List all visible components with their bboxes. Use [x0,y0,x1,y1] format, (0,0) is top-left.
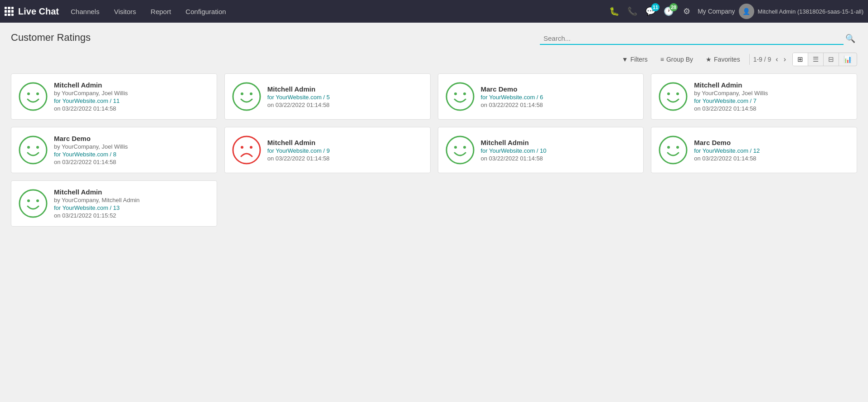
svg-point-10 [667,92,670,95]
page-title: Customer Ratings [11,32,91,44]
search-button[interactable]: 🔍 [844,32,857,45]
card-on: on 03/22/2022 01:14:58 [267,155,423,162]
kanban-card[interactable]: Mitchell Adminby YourCompany, Joel Willi… [11,73,217,120]
svg-point-9 [659,83,687,110]
card-by: by YourCompany, Joel Willis [54,90,209,97]
card-for[interactable]: for YourWebsite.com / 10 [481,147,636,154]
groupby-icon: ≡ [660,56,664,63]
svg-point-12 [19,136,47,164]
svg-point-14 [36,146,39,149]
chart-view-button[interactable]: 📊 [839,53,857,66]
card-on: on 03/22/2022 01:14:58 [267,102,423,108]
svg-point-7 [454,92,457,95]
filter-icon: ▼ [622,56,628,63]
topbar: Live Chat Channels Visitors Report Confi… [0,0,868,23]
kanban-view-button[interactable]: ⊞ [793,53,808,66]
happy-smiley-icon [446,136,475,165]
kanban-card[interactable]: Mitchell Adminfor YourWebsite.com / 5on … [224,73,431,120]
card-info: Marc Demofor YourWebsite.com / 6on 03/22… [481,85,636,108]
card-for[interactable]: for YourWebsite.com / 7 [694,97,849,104]
card-by: by YourCompany, Joel Willis [54,143,209,150]
card-info: Marc Demofor YourWebsite.com / 12on 03/2… [694,139,849,162]
kanban-card[interactable]: Marc Demofor YourWebsite.com / 6on 03/22… [438,73,644,120]
svg-point-5 [250,92,252,95]
phone-icon[interactable]: 📞 [625,4,640,19]
filters-button[interactable]: ▼ Filters [616,53,653,66]
card-for[interactable]: for YourWebsite.com / 11 [54,97,209,104]
refresh-badge: 28 [669,3,678,11]
nav-configuration[interactable]: Configuration [178,0,233,23]
settings-icon[interactable]: ⚙ [679,4,694,19]
kanban-card[interactable]: Mitchell Adminfor YourWebsite.com / 10on… [438,127,644,173]
pagination-info: 1-9 / 9 [753,56,771,63]
card-by: by YourCompany, Joel Willis [694,90,849,97]
card-on: on 03/22/2022 01:14:58 [694,105,849,112]
card-on: on 03/22/2022 01:14:58 [54,105,209,112]
kanban-card[interactable]: Mitchell Adminby YourCompany, Joel Willi… [651,73,857,120]
svg-point-20 [463,146,466,149]
nav-report[interactable]: Report [143,0,178,23]
card-on: on 03/21/2022 01:15:52 [54,212,209,219]
svg-point-24 [19,190,47,217]
kanban-card[interactable]: Marc Demoby YourCompany, Joel Willisfor … [11,127,217,173]
kanban-card[interactable]: Marc Demofor YourWebsite.com / 12on 03/2… [651,127,857,173]
page-header: Customer Ratings 🔍 [11,32,857,45]
card-by: by YourCompany, Mitchell Admin [54,197,209,203]
card-name: Marc Demo [54,135,209,142]
card-name: Mitchell Admin [694,81,849,89]
chat-icon-btn[interactable]: 💬 11 [643,4,658,19]
star-icon: ★ [706,56,712,63]
card-for[interactable]: for YourWebsite.com / 9 [267,147,423,154]
happy-smiley-icon [19,189,48,218]
prev-page-button[interactable]: ‹ [773,53,781,65]
company-selector[interactable]: My Company [698,8,735,15]
svg-point-4 [241,92,243,95]
card-info: Mitchell Adminfor YourWebsite.com / 5on … [267,85,423,108]
user-menu[interactable]: 👤 Mitchell Admin (13818026-saas-15-1-all… [739,4,863,19]
svg-point-3 [233,83,260,110]
svg-point-13 [27,146,30,149]
card-for[interactable]: for YourWebsite.com / 13 [54,204,209,211]
debug-icon[interactable]: 🐛 [607,4,621,19]
svg-point-22 [667,146,670,149]
toolbar-separator [749,54,750,65]
card-info: Mitchell Adminfor YourWebsite.com / 9on … [267,139,423,162]
favorites-button[interactable]: ★ Favorites [700,53,746,66]
happy-smiley-icon [19,82,48,111]
svg-point-21 [659,136,687,164]
main-nav: Channels Visitors Report Configuration [63,0,607,23]
svg-point-1 [27,92,30,95]
kanban-card[interactable]: Mitchell Adminby YourCompany, Mitchell A… [11,180,217,227]
card-for[interactable]: for YourWebsite.com / 6 [481,94,636,101]
svg-point-16 [241,146,243,149]
happy-smiley-icon [446,82,475,111]
next-page-button[interactable]: › [781,53,789,65]
card-for[interactable]: for YourWebsite.com / 12 [694,147,849,154]
nav-visitors[interactable]: Visitors [107,0,143,23]
sad-smiley-icon [232,136,261,165]
grid-menu-icon[interactable] [5,7,14,16]
app-logo[interactable]: Live Chat [5,6,59,17]
clock-icon-btn[interactable]: 🕐 28 [661,4,676,19]
nav-channels[interactable]: Channels [63,0,107,23]
search-input[interactable] [540,33,844,45]
chat-badge: 11 [651,3,659,11]
card-name: Mitchell Admin [481,139,636,146]
happy-smiley-icon [659,82,688,111]
group-by-button[interactable]: ≡ Group By [655,53,698,66]
svg-point-6 [446,83,474,110]
toolbar-filter-group: ▼ Filters ≡ Group By ★ Favorites [616,53,746,66]
list-view-button[interactable]: ☰ [808,53,824,66]
svg-point-26 [36,199,39,202]
kanban-card[interactable]: Mitchell Adminfor YourWebsite.com / 9on … [224,127,431,173]
main-content: Customer Ratings 🔍 ▼ Filters ≡ Group By … [0,23,868,236]
happy-smiley-icon [19,136,48,165]
svg-point-25 [27,199,30,202]
kanban-grid: Mitchell Adminby YourCompany, Joel Willi… [11,73,857,227]
card-for[interactable]: for YourWebsite.com / 8 [54,151,209,158]
card-for[interactable]: for YourWebsite.com / 5 [267,94,423,101]
card-name: Mitchell Admin [267,139,423,146]
svg-point-18 [446,136,474,164]
table-view-button[interactable]: ⊟ [824,53,839,66]
avatar: 👤 [739,4,754,19]
